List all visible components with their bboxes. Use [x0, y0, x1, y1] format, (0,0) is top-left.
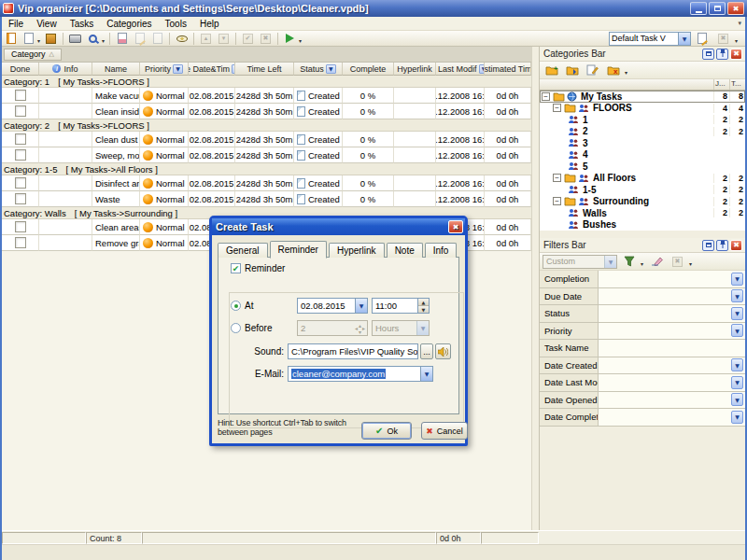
- chevron-down-icon[interactable]: ▼: [731, 358, 743, 371]
- task-row[interactable]: Make vacuum Normal 02.08.2015 2428d 3h 5…: [2, 88, 531, 104]
- step-left-icon[interactable]: ◂: [355, 325, 358, 331]
- categories-toolbar-dropdown-icon[interactable]: ▾: [625, 69, 627, 76]
- sidebar-splitter[interactable]: [531, 47, 539, 530]
- move-up-icon[interactable]: ▴: [198, 32, 214, 46]
- reminder-checkbox[interactable]: ✔: [231, 263, 241, 273]
- pin-panel-icon[interactable]: [716, 49, 728, 60]
- collapse-icon[interactable]: −: [553, 174, 561, 182]
- clear-filter-icon[interactable]: [649, 255, 665, 269]
- count-column-1[interactable]: J...: [713, 79, 729, 90]
- delete-view-icon[interactable]: ✖: [715, 32, 731, 46]
- minimize-button[interactable]: [690, 2, 707, 15]
- chevron-down-icon[interactable]: ▼: [731, 289, 743, 302]
- add-category-icon[interactable]: +: [543, 63, 559, 77]
- menu-file[interactable]: File: [2, 17, 30, 31]
- task-view-dropdown-icon[interactable]: ▼: [678, 33, 690, 45]
- edit-task-icon[interactable]: [132, 32, 148, 46]
- done-checkbox[interactable]: [15, 221, 26, 232]
- apply-filter-icon[interactable]: [621, 255, 637, 269]
- tab-note[interactable]: Note: [387, 243, 423, 258]
- filter-row-date-opened[interactable]: Date Opened ▼: [540, 392, 745, 410]
- close-panel-icon[interactable]: ✖: [730, 49, 742, 60]
- group-by-category-button[interactable]: Category △: [4, 49, 62, 61]
- dialog-close-icon[interactable]: ✖: [448, 220, 463, 233]
- apply-filter-dropdown-icon[interactable]: ▾: [641, 260, 643, 267]
- filter-dropdown-icon[interactable]: ▼: [173, 64, 183, 74]
- filter-row-status[interactable]: Status ▼: [540, 305, 745, 323]
- ok-button[interactable]: ✔ Ok: [361, 422, 412, 440]
- column-header-hyperlink[interactable]: Hyperlink: [394, 63, 436, 76]
- add-subcategory-icon[interactable]: [564, 63, 580, 77]
- go-dropdown-icon[interactable]: ▾: [299, 37, 302, 44]
- play-sound-button[interactable]: [435, 343, 451, 359]
- column-header-time-left[interactable]: Time Left: [235, 63, 294, 76]
- tree-item-1-5[interactable]: 1-5 2 2: [540, 184, 745, 196]
- menu-categories[interactable]: Categories: [100, 17, 158, 31]
- menu-tasks[interactable]: Tasks: [63, 17, 101, 31]
- menu-tools[interactable]: Tools: [159, 17, 193, 31]
- delete-task-icon[interactable]: [149, 32, 165, 46]
- done-checkbox[interactable]: [15, 237, 26, 248]
- title-bar[interactable]: Vip organizer [C:\Documents and Settings…: [0, 0, 747, 17]
- chevron-down-icon[interactable]: ▼: [731, 393, 743, 406]
- filter-row-date-last-modified[interactable]: Date Last Modifi ▼: [540, 374, 745, 392]
- float-panel-icon[interactable]: [702, 240, 714, 251]
- count-column-2[interactable]: T...: [729, 79, 745, 90]
- column-header-info[interactable]: iInfo: [39, 63, 92, 76]
- column-header-complete[interactable]: Complete: [343, 63, 394, 76]
- chevron-down-icon[interactable]: ▼: [731, 411, 743, 424]
- collapse-icon[interactable]: −: [553, 197, 561, 205]
- delete-category-icon[interactable]: x: [605, 63, 621, 77]
- column-header-done[interactable]: Done: [2, 63, 39, 76]
- print-preview-icon[interactable]: [85, 32, 101, 46]
- done-checkbox[interactable]: [15, 193, 26, 204]
- filter-row-task-name[interactable]: Task Name: [540, 340, 745, 357]
- move-down-icon[interactable]: ▾: [216, 32, 232, 46]
- filter-row-date-completed[interactable]: Date Completed ▼: [540, 409, 745, 427]
- menu-help[interactable]: Help: [193, 17, 226, 31]
- tree-item-walls[interactable]: Walls 2 2: [540, 207, 745, 219]
- filter-preset-dropdown-icon[interactable]: ▼: [604, 256, 616, 268]
- before-unit-combobox[interactable]: Hours ▼: [372, 320, 430, 336]
- cancel-button[interactable]: ✖ Cancel: [421, 422, 468, 440]
- tree-item-4[interactable]: 4: [540, 149, 745, 161]
- save-icon[interactable]: [43, 32, 59, 46]
- column-header-status[interactable]: Status▼: [294, 63, 343, 76]
- new-from-template-icon[interactable]: [21, 32, 36, 46]
- filter-row-date-created[interactable]: Date Created ▼: [540, 357, 745, 375]
- tree-item-5[interactable]: 5: [540, 161, 745, 173]
- complete-task-icon[interactable]: ✔: [240, 32, 256, 46]
- tree-item-2[interactable]: 2 2 2: [540, 126, 745, 138]
- category-group-row[interactable]: Category: 1-5[ My Tasks->All Floors ]: [2, 163, 531, 175]
- step-right-icon[interactable]: ▸: [362, 325, 365, 331]
- add-task-icon[interactable]: [114, 32, 130, 46]
- close-panel-icon[interactable]: ✖: [730, 240, 742, 251]
- view-dropdown-icon[interactable]: ▾: [735, 37, 738, 44]
- column-header-name[interactable]: Name: [92, 63, 140, 76]
- collapse-icon[interactable]: −: [542, 92, 550, 101]
- menu-view[interactable]: View: [30, 17, 63, 31]
- column-header-priority[interactable]: Priority▼: [140, 63, 189, 76]
- task-view-combobox[interactable]: Default Task V ▼: [609, 32, 691, 46]
- unit-dropdown-icon[interactable]: ▼: [416, 321, 429, 335]
- new-icon[interactable]: [3, 32, 19, 46]
- before-radio[interactable]: [231, 323, 241, 333]
- done-checkbox[interactable]: [15, 133, 26, 145]
- print-icon[interactable]: [67, 32, 83, 46]
- done-checkbox[interactable]: [15, 90, 26, 101]
- view-task-icon[interactable]: [174, 32, 190, 46]
- before-value-spinner[interactable]: 2 ◂▴▾▸: [297, 320, 368, 336]
- restore-button[interactable]: [709, 2, 726, 15]
- delete-filter-icon[interactable]: ✖: [669, 255, 685, 269]
- task-row[interactable]: Waste Normal 02.08.2015 2428d 3h 50m Cre…: [2, 191, 531, 207]
- tree-item-1[interactable]: 1 2 2: [540, 114, 745, 126]
- go-icon[interactable]: [282, 32, 298, 46]
- tree-item-bushes[interactable]: Bushes: [540, 219, 745, 231]
- browse-sound-button[interactable]: ...: [420, 343, 433, 359]
- chevron-down-icon[interactable]: ▼: [731, 324, 743, 337]
- spin-down-icon[interactable]: ▼: [418, 306, 429, 313]
- collapse-icon[interactable]: −: [553, 104, 561, 112]
- at-time-spinner[interactable]: 11:00 ▲▼: [372, 298, 430, 314]
- at-date-combobox[interactable]: 02.08.2015 ▼: [297, 298, 368, 314]
- edit-view-icon[interactable]: [695, 32, 711, 46]
